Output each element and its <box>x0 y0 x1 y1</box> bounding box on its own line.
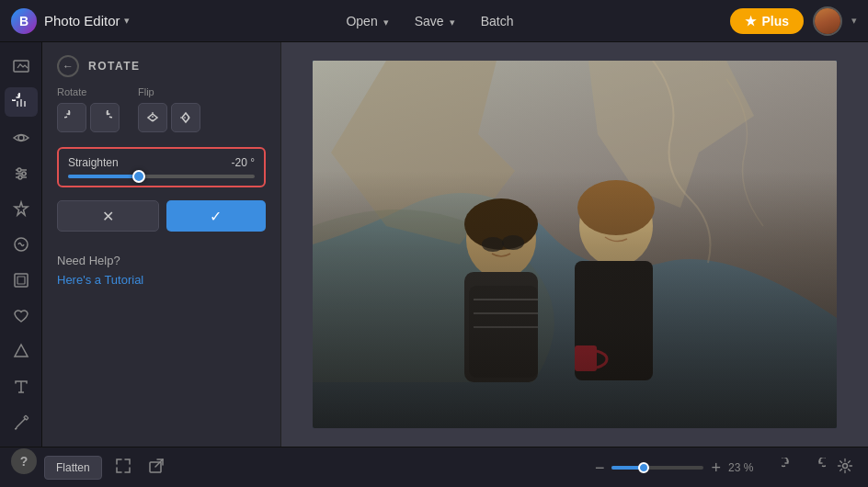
zoom-slider-thumb[interactable] <box>638 462 649 473</box>
undo-button[interactable] <box>778 454 802 481</box>
app-logo[interactable]: B <box>11 8 37 34</box>
tool-adjust[interactable] <box>5 158 38 188</box>
bottombar: Flatten − + 23 % <box>0 447 868 487</box>
save-arrow: ▾ <box>447 17 455 28</box>
side-panel: ← ROTATE Rotate <box>42 42 281 447</box>
tool-rotate[interactable] <box>5 87 38 118</box>
open-button[interactable]: Open ▾ <box>335 10 399 32</box>
help-button[interactable]: ? <box>11 448 37 474</box>
redo-button[interactable] <box>805 454 829 481</box>
svg-point-24 <box>482 237 504 252</box>
rotate-buttons <box>57 103 120 132</box>
tool-heart[interactable] <box>5 300 38 331</box>
help-title: Need Help? <box>57 254 266 267</box>
svg-point-8 <box>17 168 21 172</box>
flatten-button[interactable]: Flatten <box>44 456 102 480</box>
straighten-slider[interactable] <box>68 175 255 178</box>
canvas-area <box>281 42 868 447</box>
app-title: Photo Editor <box>44 13 120 28</box>
svg-rect-12 <box>15 274 28 287</box>
expand-icon[interactable] <box>111 454 135 481</box>
topbar: B Photo Editor ▾ Open ▾ Save ▾ Batch ★ P… <box>0 0 868 42</box>
logo-letter: B <box>19 14 29 28</box>
straighten-header: Straighten -20 ° <box>68 156 255 169</box>
rotate-cw-button[interactable] <box>90 103 120 132</box>
apply-button[interactable]: ✓ <box>166 200 267 232</box>
rotate-label: Rotate <box>57 86 120 97</box>
flip-group: Flip <box>138 86 200 132</box>
tool-eye[interactable] <box>5 122 38 153</box>
topbar-right: ★ Plus ▾ <box>730 6 857 36</box>
svg-rect-29 <box>469 286 538 378</box>
svg-point-9 <box>22 172 26 176</box>
avatar[interactable] <box>813 6 842 36</box>
straighten-value: -20 ° <box>232 156 255 169</box>
tool-landscape[interactable] <box>5 51 38 82</box>
zoom-out-button[interactable]: − <box>595 459 605 476</box>
tool-text[interactable] <box>5 372 38 402</box>
batch-button[interactable]: Batch <box>470 10 525 32</box>
main-area: ← ROTATE Rotate <box>0 42 868 447</box>
straighten-box: Straighten -20 ° <box>57 147 266 187</box>
straighten-label: Straighten <box>68 156 119 169</box>
help-section: Need Help? Here's a Tutorial <box>57 250 266 288</box>
cancel-button[interactable]: ✕ <box>57 200 159 232</box>
rotate-ccw-button[interactable] <box>57 103 86 132</box>
tool-effects[interactable] <box>5 230 38 260</box>
back-button[interactable]: ← <box>57 55 79 77</box>
zoom-value: 23 % <box>728 461 761 474</box>
plus-button[interactable]: ★ Plus <box>730 8 804 34</box>
flip-h-button[interactable] <box>138 103 167 132</box>
svg-rect-22 <box>464 272 538 382</box>
svg-point-10 <box>18 176 22 179</box>
tool-shape[interactable] <box>5 336 38 367</box>
open-arrow: ▾ <box>381 17 389 28</box>
panel-body: Rotate <box>42 86 280 288</box>
topbar-center: Open ▾ Save ▾ Batch <box>130 10 731 32</box>
settings-button[interactable] <box>833 454 857 481</box>
help-link[interactable]: Here's a Tutorial <box>57 273 143 287</box>
tool-frame[interactable] <box>5 265 38 295</box>
photo-display <box>313 61 837 428</box>
panel-header: ← ROTATE <box>42 42 280 86</box>
svg-point-28 <box>577 180 655 235</box>
svg-point-21 <box>466 201 536 278</box>
plus-star-icon: ★ <box>745 14 757 28</box>
bb-right-icons <box>778 454 857 481</box>
icon-bar <box>0 42 42 447</box>
svg-point-4 <box>18 135 24 141</box>
flip-v-button[interactable] <box>171 103 200 132</box>
flip-buttons <box>138 103 200 132</box>
save-button[interactable]: Save ▾ <box>404 10 466 32</box>
tool-star[interactable] <box>5 194 38 224</box>
action-buttons: ✕ ✓ <box>57 200 266 232</box>
svg-point-25 <box>502 235 524 250</box>
svg-point-32 <box>843 463 848 468</box>
zoom-slider[interactable] <box>611 466 703 470</box>
rotate-group: Rotate <box>57 86 120 132</box>
zoom-controls: − + 23 % <box>595 459 761 476</box>
svg-line-16 <box>17 418 26 427</box>
zoom-in-button[interactable]: + <box>711 459 721 476</box>
svg-point-23 <box>464 198 538 250</box>
flip-label: Flip <box>138 86 200 97</box>
slider-fill <box>68 175 139 178</box>
rotate-flip-row: Rotate <box>57 86 266 132</box>
panel-title: ROTATE <box>88 60 141 73</box>
svg-rect-27 <box>575 261 653 380</box>
slider-thumb[interactable] <box>132 170 145 183</box>
external-icon[interactable] <box>144 454 168 481</box>
svg-rect-13 <box>17 277 25 284</box>
tool-brush[interactable] <box>5 407 38 437</box>
svg-point-26 <box>579 186 653 266</box>
avatar-image <box>815 8 840 34</box>
avatar-dropdown[interactable]: ▾ <box>851 15 857 27</box>
photo-svg <box>313 61 837 428</box>
svg-rect-30 <box>575 345 597 371</box>
